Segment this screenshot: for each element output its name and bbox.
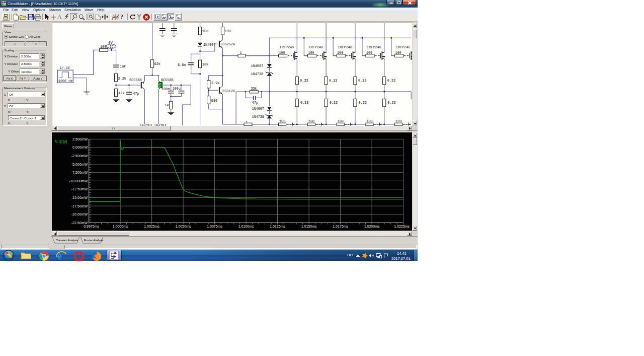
svg-text:1N4007: 1N4007 bbox=[252, 107, 264, 111]
svg-text:47k: 47k bbox=[118, 91, 124, 95]
svg-text:33k: 33k bbox=[251, 87, 257, 91]
svg-text:-2.500mW: -2.500mW bbox=[71, 154, 88, 158]
svg-text:1: 1 bbox=[246, 120, 248, 124]
svg-text:IRFP240: IRFP240 bbox=[338, 45, 352, 49]
svg-text:-15.00mW: -15.00mW bbox=[71, 196, 88, 199]
svg-text:0.33: 0.33 bbox=[300, 101, 308, 105]
svg-text:ECG2529: ECG2529 bbox=[220, 42, 235, 46]
svg-text:0.33: 0.33 bbox=[387, 79, 395, 83]
svg-text:BC556B: BC556B bbox=[129, 78, 141, 82]
svg-text:100: 100 bbox=[308, 119, 314, 123]
svg-text:-7.500mW: -7.500mW bbox=[71, 171, 88, 174]
svg-text:IRFP240: IRFP240 bbox=[367, 45, 381, 49]
svg-text:1: 1 bbox=[240, 51, 242, 55]
svg-text:IRFP240: IRFP240 bbox=[308, 45, 323, 49]
svg-text:1N4007: 1N4007 bbox=[251, 64, 263, 68]
svg-text:100: 100 bbox=[279, 51, 285, 55]
svg-text:0.33: 0.33 bbox=[359, 101, 367, 105]
svg-text:ECG128: ECG128 bbox=[222, 89, 234, 93]
svg-text:1.0075ms: 1.0075ms bbox=[207, 225, 222, 228]
svg-text:1.0225ms: 1.0225ms bbox=[394, 225, 410, 228]
svg-text:0V: 0V bbox=[109, 41, 113, 45]
svg-text:-5.000mW: -5.000mW bbox=[71, 163, 88, 166]
svg-text:IRFP240: IRFP240 bbox=[280, 45, 294, 49]
svg-text:1.0175ms: 1.0175ms bbox=[333, 225, 348, 228]
svg-text:1N4007: 1N4007 bbox=[203, 43, 215, 47]
svg-text:100: 100 bbox=[338, 119, 344, 123]
svg-text:47p: 47p bbox=[133, 92, 139, 96]
svg-text:2.2k: 2.2k bbox=[118, 77, 126, 81]
svg-text:1.0150ms: 1.0150ms bbox=[301, 225, 317, 228]
svg-text:47p: 47p bbox=[252, 101, 258, 105]
svg-text:0.9975ms: 0.9975ms bbox=[84, 225, 99, 228]
svg-text:0.000mW: 0.000mW bbox=[72, 146, 88, 149]
svg-text:1k: 1k bbox=[165, 103, 169, 107]
svg-text:1000 Hz: 1000 Hz bbox=[58, 79, 73, 83]
svg-text:0.33: 0.33 bbox=[387, 101, 395, 105]
svg-text:-12.50mW: -12.50mW bbox=[71, 187, 88, 191]
svg-text:100: 100 bbox=[225, 29, 231, 33]
svg-text:1/-1V: 1/-1V bbox=[60, 66, 70, 70]
svg-text:10k: 10k bbox=[202, 62, 208, 66]
svg-text:0.33: 0.33 bbox=[358, 79, 366, 83]
svg-text:3.9k: 3.9k bbox=[211, 81, 219, 85]
svg-text:100: 100 bbox=[366, 51, 372, 55]
svg-text:2.500mW: 2.500mW bbox=[72, 137, 88, 141]
svg-text:100: 100 bbox=[395, 119, 401, 123]
svg-text:100: 100 bbox=[279, 119, 285, 123]
svg-text:100: 100 bbox=[308, 51, 314, 55]
svg-text:100: 100 bbox=[337, 51, 343, 55]
svg-text:BC556B: BC556B bbox=[161, 78, 173, 82]
svg-text:1.0125ms: 1.0125ms bbox=[270, 225, 285, 228]
svg-text:1.0025ms: 1.0025ms bbox=[144, 225, 159, 228]
svg-text:580: 580 bbox=[211, 99, 217, 103]
svg-text:1.0200ms: 1.0200ms bbox=[364, 225, 380, 228]
svg-text:1uF: 1uF bbox=[120, 64, 126, 68]
svg-text:IRFP240: IRFP240 bbox=[396, 45, 411, 49]
svg-text:100: 100 bbox=[100, 45, 106, 49]
svg-text:1.0100ms: 1.0100ms bbox=[238, 225, 254, 228]
svg-text:62k: 62k bbox=[154, 62, 160, 66]
svg-text:100u: 100u bbox=[172, 87, 180, 91]
svg-text:-10.000mW: -10.000mW bbox=[69, 179, 88, 183]
svg-text:1N4738: 1N4738 bbox=[252, 115, 264, 119]
svg-text:6.8n: 6.8n bbox=[178, 63, 186, 67]
svg-text:-20.00mW: -20.00mW bbox=[71, 212, 88, 216]
svg-text:1.0000ms: 1.0000ms bbox=[113, 225, 128, 228]
svg-text:0.33: 0.33 bbox=[329, 79, 337, 83]
svg-text:0.33: 0.33 bbox=[330, 101, 338, 105]
svg-text:.IC: .IC bbox=[108, 45, 114, 49]
svg-text:A: q1[p]: A: q1[p] bbox=[55, 139, 67, 144]
svg-text:100n: 100n bbox=[162, 87, 170, 91]
svg-text:100: 100 bbox=[202, 29, 208, 33]
svg-text:0.33: 0.33 bbox=[300, 79, 308, 83]
svg-text:-17.50mW: -17.50mW bbox=[71, 204, 88, 208]
svg-text:100: 100 bbox=[366, 119, 372, 123]
svg-text:100: 100 bbox=[395, 51, 401, 55]
svg-text:1.0050ms: 1.0050ms bbox=[176, 225, 191, 228]
svg-text:1N4738: 1N4738 bbox=[251, 72, 263, 76]
